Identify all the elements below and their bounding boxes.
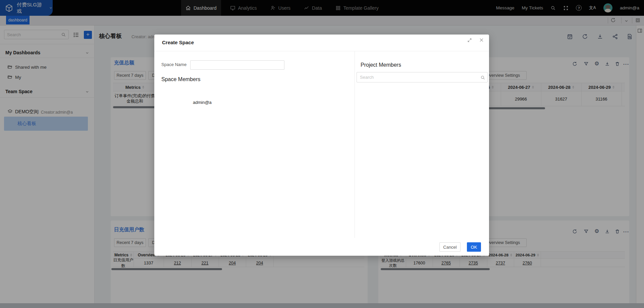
space-name-input[interactable] xyxy=(190,60,284,70)
close-icon[interactable] xyxy=(479,38,484,43)
expand-icon[interactable] xyxy=(467,38,472,43)
search-icon xyxy=(480,75,485,80)
modal-column-divider xyxy=(355,51,355,238)
app-root: 付费SLG游戏 Dashboard Analytics xyxy=(0,0,644,308)
space-members-heading: Space Members xyxy=(161,76,201,82)
modal-title: Create Space xyxy=(162,40,194,45)
space-member-item[interactable]: admin@a xyxy=(193,100,212,105)
modal-header xyxy=(154,35,489,51)
create-space-modal: Create Space Space Name Space Members ad… xyxy=(154,35,489,256)
ok-button[interactable]: OK xyxy=(467,242,481,252)
cancel-button[interactable]: Cancel xyxy=(439,242,461,252)
space-name-label: Space Name xyxy=(161,62,186,67)
project-members-heading: Project Members xyxy=(361,62,401,68)
project-members-search-input[interactable] xyxy=(357,72,488,82)
